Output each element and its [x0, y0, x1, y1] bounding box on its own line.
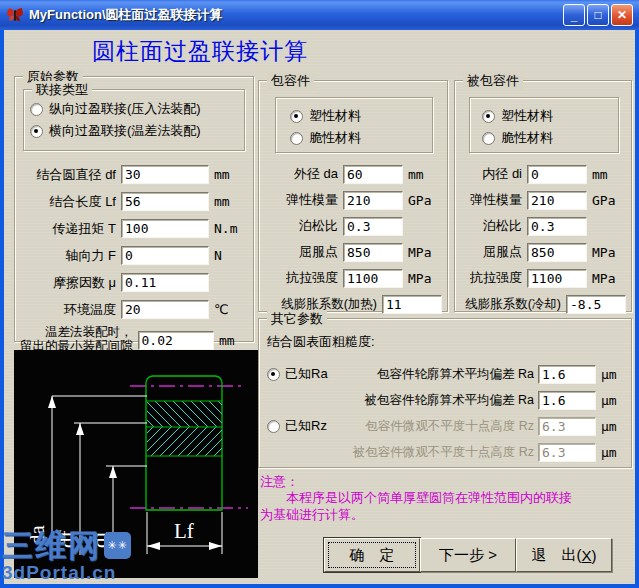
field-label: 被包容件微观不平度十点高度 Rz — [337, 444, 538, 461]
inner-diameter-input[interactable]: 0 — [527, 165, 587, 184]
expansion-heating-input[interactable]: 11 — [382, 295, 442, 314]
note-line1: 本程序是以两个简单厚壁圆筒在弹性范围内的联接 — [260, 490, 632, 506]
field-unit: ℃ — [209, 302, 248, 317]
contained-material-box: 塑性材料 脆性材料 — [469, 97, 619, 153]
radio-longitudinal-fit[interactable]: 纵向过盈联接(压入法装配) — [24, 98, 244, 120]
app-window: MyFunction\圆柱面过盈联接计算 _ □ ✕ 圆柱面过盈联接计算 原始参… — [0, 0, 639, 588]
lf-arrow-left — [147, 542, 160, 550]
field-row-torque: 传递扭矩 T 100 N.m — [15, 215, 253, 242]
radio-label: 横向过盈联接(温差法装配) — [49, 122, 201, 140]
group-contained-part: 被包容件 塑性材料 脆性材料 内径 di 0 mm 弹性模量 — [454, 80, 632, 312]
field-unit: μm — [596, 367, 631, 382]
field-row-axial-force: 轴向力 F 0 N — [15, 242, 253, 269]
group-caption: 被包容件 — [463, 72, 523, 90]
field-label: 弹性模量 — [460, 191, 527, 209]
min-gap-input[interactable]: 0.02 — [138, 331, 214, 350]
next-button[interactable]: 下一步 > — [420, 538, 516, 572]
field-unit: N.m — [209, 221, 248, 236]
poisson-input[interactable]: 0.3 — [343, 217, 403, 236]
window-title: MyFunction\圆柱面过盈联接计算 — [29, 6, 563, 24]
roughness-row-rz2: 被包容件微观不平度十点高度 Rz 6.3 μm — [259, 439, 631, 465]
hatch-lower — [147, 427, 222, 456]
radio-label: 已知Ra — [285, 365, 328, 383]
radio-container-plastic[interactable]: 塑性材料 — [276, 105, 432, 127]
field-row-expansion-cooling: 线膨胀系数(冷却) -8.5 — [455, 291, 631, 317]
friction-input[interactable]: 0.11 — [121, 273, 209, 292]
yield-point-input[interactable]: 850 — [343, 243, 403, 262]
radio-label: 已知Rz — [285, 417, 327, 435]
rz-contained-input[interactable]: 6.3 — [538, 443, 596, 462]
outer-diameter-input[interactable]: 60 — [343, 165, 403, 184]
button-row: 确 定 下一步 > 退 出(X) — [324, 538, 612, 572]
radio-transverse-fit[interactable]: 横向过盈联接(温差法装配) — [24, 120, 244, 142]
field-label: 屈服点 — [460, 243, 527, 261]
radio-label: 塑性材料 — [309, 107, 361, 125]
radio-known-ra[interactable]: 已知Ra — [259, 365, 337, 383]
field-row-yield-point2: 屈服点 850 MPa — [455, 239, 631, 265]
poisson2-input[interactable]: 0.3 — [527, 217, 587, 236]
field-label: 泊松比 — [460, 217, 527, 235]
radio-contained-brittle[interactable]: 脆性材料 — [470, 127, 618, 149]
field-label: 弹性模量 — [264, 191, 343, 209]
watermark-logo-icon: ✳✳ — [104, 532, 131, 559]
close-button[interactable]: ✕ — [611, 4, 633, 26]
group-original-params: 原始参数 联接类型 纵向过盈联接(压入法装配) 横向过盈联接(温差法装配) 结合… — [14, 76, 254, 342]
ambient-temp-input[interactable]: 20 — [121, 300, 209, 319]
elastic-modulus-input[interactable]: 210 — [343, 191, 403, 210]
torque-input[interactable]: 100 — [121, 219, 209, 238]
field-label: 泊松比 — [264, 217, 343, 235]
radio-icon[interactable] — [290, 110, 303, 123]
field-unit: μm — [596, 445, 631, 460]
expansion-cooling-input[interactable]: -8.5 — [566, 295, 626, 314]
radio-icon[interactable] — [290, 132, 303, 145]
field-label: 环境温度 — [20, 301, 121, 319]
radio-icon[interactable] — [30, 125, 43, 138]
lf-arrow-right — [209, 542, 222, 550]
rz-container-input[interactable]: 6.3 — [538, 417, 596, 436]
joint-diameter-input[interactable]: 30 — [121, 165, 209, 184]
exit-button[interactable]: 退 出(X) — [516, 538, 612, 572]
dialog-client-area: 圆柱面过盈联接计算 原始参数 联接类型 纵向过盈联接(压入法装配) 横向过盈联接… — [4, 30, 635, 584]
tensile-strength-input[interactable]: 1100 — [343, 269, 403, 288]
radio-known-rz[interactable]: 已知Rz — [259, 417, 337, 435]
axial-force-input[interactable]: 0 — [121, 246, 209, 265]
ra-contained-input[interactable]: 1.6 — [538, 391, 596, 410]
field-label: 结合圆直径 df — [20, 166, 121, 184]
radio-container-brittle[interactable]: 脆性材料 — [276, 127, 432, 149]
titlebar[interactable]: MyFunction\圆柱面过盈联接计算 _ □ ✕ — [0, 0, 639, 30]
lf-label: Lf — [174, 519, 194, 543]
field-unit: GPa — [587, 193, 626, 208]
minimize-button[interactable]: _ — [563, 4, 585, 26]
field-row-tensile-strength2: 抗拉强度 1100 MPa — [455, 265, 631, 291]
roughness-row-rz1: 已知Rz 包容件微观不平度十点高度 Rz 6.3 μm — [259, 413, 631, 439]
field-unit: mm — [209, 194, 248, 209]
radio-icon[interactable] — [267, 368, 280, 381]
field-unit: μm — [596, 419, 631, 434]
df-arrow — [76, 423, 84, 435]
group-caption: 其它参数 — [267, 310, 327, 328]
joint-length-input[interactable]: 56 — [121, 192, 209, 211]
field-unit: mm — [209, 167, 248, 182]
ok-button[interactable]: 确 定 — [324, 538, 420, 572]
field-label: 屈服点 — [264, 243, 343, 261]
radio-label: 脆性材料 — [309, 129, 361, 147]
page-title: 圆柱面过盈联接计算 — [92, 36, 308, 67]
radio-icon[interactable] — [482, 132, 495, 145]
radio-contained-plastic[interactable]: 塑性材料 — [470, 105, 618, 127]
elastic-modulus2-input[interactable]: 210 — [527, 191, 587, 210]
maximize-button[interactable]: □ — [587, 4, 609, 26]
field-row-tensile-strength: 抗拉强度 1100 MPa — [259, 265, 447, 291]
tensile-strength2-input[interactable]: 1100 — [527, 269, 587, 288]
ra-container-input[interactable]: 1.6 — [538, 365, 596, 384]
da-arrow — [48, 396, 56, 408]
yield-point2-input[interactable]: 850 — [527, 243, 587, 262]
field-row-yield-point: 屈服点 850 MPa — [259, 239, 447, 265]
field-unit: MPa — [403, 271, 442, 286]
field-unit: μm — [596, 393, 631, 408]
field-row-joint-diameter: 结合圆直径 df 30 mm — [15, 161, 253, 188]
radio-icon[interactable] — [267, 420, 280, 433]
field-unit: MPa — [587, 245, 626, 260]
field-label: 包容件微观不平度十点高度 Rz — [337, 418, 538, 435]
radio-icon[interactable] — [30, 103, 43, 116]
radio-icon[interactable] — [482, 110, 495, 123]
